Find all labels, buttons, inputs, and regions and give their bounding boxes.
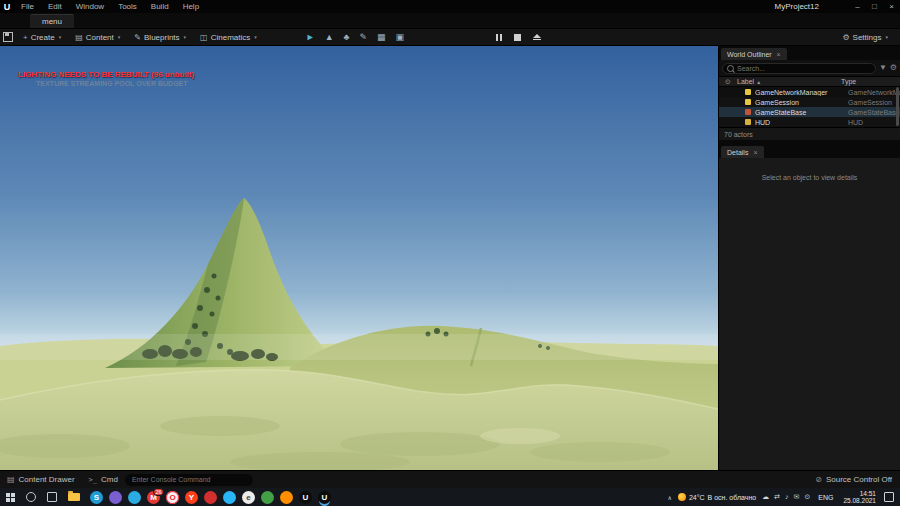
unreal-logo-icon: U	[0, 0, 14, 13]
toolbar-mode-icons: ►▲♣✎▦▣	[306, 33, 404, 42]
close-icon[interactable]: ×	[753, 149, 757, 156]
taskbar-app-blue[interactable]	[128, 491, 141, 504]
settings-button[interactable]: ⚙ Settings ▾	[835, 29, 895, 45]
tab-level-menu[interactable]: menu	[30, 14, 74, 28]
details-title: Details	[727, 149, 748, 156]
column-label[interactable]: Label ▲	[737, 78, 841, 85]
outliner-row-gamesession[interactable]: GameSession GameSession	[719, 97, 900, 107]
title-bar: U File Edit Window Tools Build Help MyPr…	[0, 0, 900, 13]
task-view-icon[interactable]	[47, 492, 57, 502]
details-empty-text: Select an object to view details	[762, 174, 858, 181]
taskbar-app-orange[interactable]	[280, 491, 293, 504]
onedrive-cloud-icon[interactable]: ☁	[762, 493, 769, 501]
fracture-mode-icon[interactable]: ▦	[377, 33, 386, 42]
console-prompt-icon: >_	[89, 476, 97, 484]
tab-row: menu	[0, 13, 900, 28]
outliner-row-gamenetworkmanager[interactable]: GameNetworkManager GameNetworkManager	[719, 87, 900, 97]
streaming-pool-warning[interactable]: TEXTURE STREAMING POOL OVER BUDGET	[36, 80, 188, 87]
content-icon: ▤	[75, 33, 83, 42]
filter-icon[interactable]: ▼	[879, 64, 887, 72]
taskbar-app-green[interactable]	[261, 491, 274, 504]
outliner-settings-gear-icon[interactable]: ⚙	[890, 64, 897, 72]
content-label: Content	[86, 33, 114, 42]
sun-icon	[678, 493, 686, 501]
landscape-mode-icon[interactable]: ▲	[325, 33, 334, 42]
weather-widget[interactable]: 24°C В осн. облачно	[678, 493, 756, 501]
actor-class-icon	[745, 99, 751, 105]
mail-tray-icon[interactable]: ✉	[794, 493, 800, 501]
file-explorer-icon[interactable]	[68, 493, 80, 501]
menu-file[interactable]: File	[14, 0, 41, 13]
taskbar-app-opera[interactable]: O	[166, 491, 179, 504]
maximize-button[interactable]: □	[866, 0, 883, 13]
outliner-search-box[interactable]	[722, 63, 876, 74]
create-button[interactable]: + Create ▾	[16, 29, 68, 45]
volume-icon[interactable]: ♪	[785, 493, 789, 501]
chevron-down-icon: ▾	[885, 34, 888, 40]
brush-mode-icon[interactable]: ▣	[396, 33, 405, 42]
stop-icon[interactable]	[514, 34, 521, 41]
blueprints-button[interactable]: ✎ Blueprints ▾	[127, 29, 193, 45]
menu-window[interactable]: Window	[69, 0, 111, 13]
select-mode-icon[interactable]: ►	[306, 33, 315, 42]
start-button[interactable]	[0, 488, 20, 506]
tab-world-outliner[interactable]: World Outliner ×	[721, 48, 787, 60]
outliner-scrollbar[interactable]	[896, 87, 899, 126]
taskbar-search-icon[interactable]	[26, 492, 36, 502]
actor-label: GameStateBase	[755, 109, 848, 116]
language-indicator[interactable]: ENG	[816, 494, 835, 501]
content-drawer-label: Content Drawer	[19, 475, 75, 484]
visibility-eye-icon[interactable]: ⊙	[719, 78, 737, 86]
sync-icon[interactable]: ⇄	[774, 493, 780, 501]
taskbar-app-blue-messenger[interactable]: S	[90, 491, 103, 504]
close-icon[interactable]: ×	[777, 51, 781, 58]
network-icon[interactable]: ⊙	[804, 493, 810, 501]
taskbar-app-unreal-2[interactable]: U	[318, 491, 331, 504]
main-toolbar: + Create ▾ ▤ Content ▾ ✎ Blueprints ▾ ◫ …	[0, 28, 900, 46]
settings-label: Settings	[853, 33, 882, 42]
taskbar-app-mail[interactable]: M26	[147, 491, 160, 504]
cinematics-button[interactable]: ◫ Cinematics ▾	[193, 29, 264, 45]
blueprints-label: Blueprints	[144, 33, 180, 42]
source-control-button[interactable]: ⊘ Source Control Off	[815, 475, 900, 484]
windows-logo-icon	[6, 493, 15, 502]
console-command-input[interactable]	[132, 476, 246, 483]
content-drawer-button[interactable]: ▤ Content Drawer	[0, 471, 82, 488]
close-button[interactable]: ×	[883, 0, 900, 13]
hidden-icons-chevron[interactable]: ∧	[668, 494, 672, 501]
outliner-row-gamestatebase[interactable]: GameStateBase GameStateBase	[719, 107, 900, 117]
menu-build[interactable]: Build	[144, 0, 176, 13]
save-button[interactable]	[0, 28, 16, 46]
search-input[interactable]	[737, 65, 871, 72]
taskbar-app-lightblue[interactable]	[223, 491, 236, 504]
taskbar-app-white[interactable]: e	[242, 491, 255, 504]
content-button[interactable]: ▤ Content ▾	[68, 29, 127, 45]
search-icon	[727, 65, 734, 72]
blueprints-icon: ✎	[134, 33, 141, 42]
cmd-button[interactable]: >_ Cmd	[82, 471, 125, 488]
world-outliner-title: World Outliner	[727, 51, 772, 58]
windows-taskbar: SM26OYeUU ∧ 24°C В осн. облачно ☁⇄♪✉⊙ EN…	[0, 488, 900, 506]
paint-mode-icon[interactable]: ✎	[360, 33, 368, 42]
eject-icon[interactable]	[533, 34, 541, 41]
pause-icon[interactable]	[496, 34, 502, 41]
actor-type: GameSession	[848, 99, 900, 106]
foliage-mode-icon[interactable]: ♣	[344, 33, 350, 42]
taskbar-app-yandex[interactable]: Y	[185, 491, 198, 504]
tab-details[interactable]: Details ×	[721, 146, 764, 158]
level-viewport[interactable]: LIGHTING NEEDS TO BE REBUILT (96 unbuilt…	[0, 46, 718, 470]
minimize-button[interactable]: –	[849, 0, 866, 13]
clock[interactable]: 14:51 25.08.2021	[841, 490, 878, 505]
menu-help[interactable]: Help	[176, 0, 206, 13]
action-center-icon[interactable]	[884, 492, 894, 502]
save-icon	[3, 32, 13, 42]
taskbar-app-unreal-1[interactable]: U	[299, 491, 312, 504]
lighting-rebuild-warning[interactable]: LIGHTING NEEDS TO BE REBUILT (96 unbuilt…	[18, 70, 194, 79]
taskbar-app-purple[interactable]	[109, 491, 122, 504]
menu-edit[interactable]: Edit	[41, 0, 69, 13]
column-type[interactable]: Type	[841, 78, 900, 85]
console-command-box[interactable]	[125, 474, 253, 486]
outliner-row-hud[interactable]: HUD HUD	[719, 117, 900, 127]
taskbar-app-red[interactable]	[204, 491, 217, 504]
menu-tools[interactable]: Tools	[111, 0, 144, 13]
